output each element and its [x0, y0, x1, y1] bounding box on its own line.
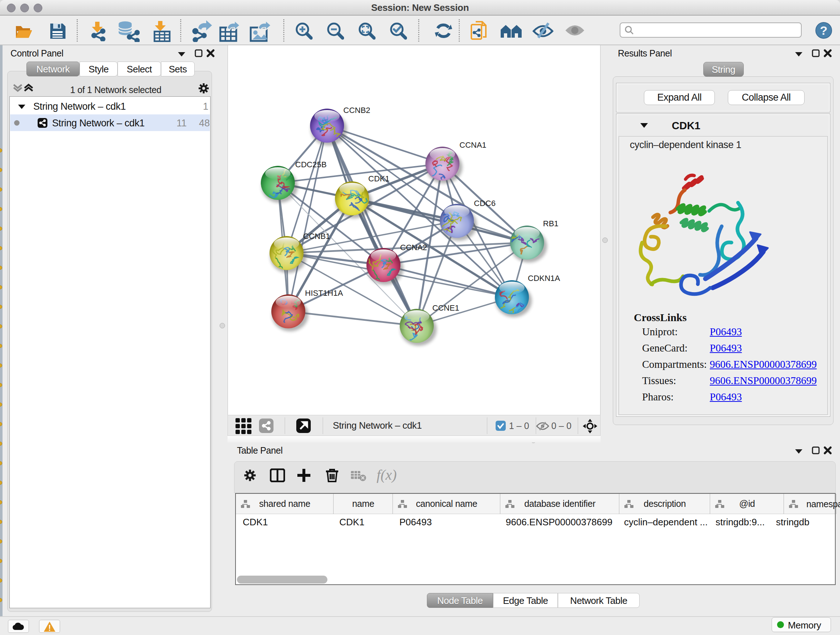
- svg-text:CDC25B: CDC25B: [295, 160, 327, 169]
- svg-text:HIST1H1A: HIST1H1A: [305, 288, 343, 298]
- svg-text:RB1: RB1: [543, 219, 559, 228]
- svg-text:CDC6: CDC6: [474, 199, 496, 208]
- svg-text:CDK1: CDK1: [368, 174, 390, 183]
- svg-text:CCNB1: CCNB1: [303, 232, 330, 241]
- svg-text:CCNB2: CCNB2: [343, 106, 370, 115]
- svg-text:CCNA1: CCNA1: [459, 141, 486, 149]
- svg-text:CDKN1A: CDKN1A: [528, 274, 561, 283]
- svg-text:CCNA2: CCNA2: [400, 243, 427, 252]
- svg-text:CCNE1: CCNE1: [432, 303, 459, 312]
